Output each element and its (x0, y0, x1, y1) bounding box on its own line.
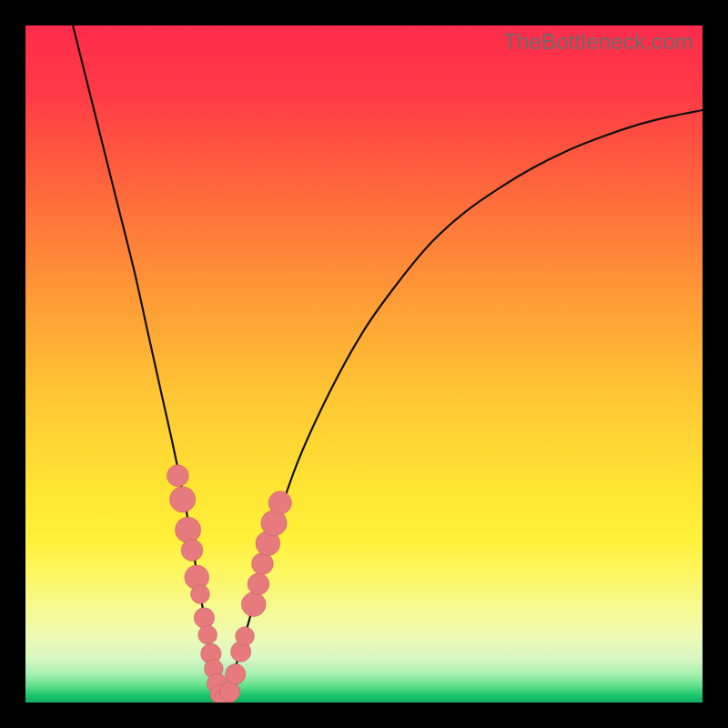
curve-marker (194, 608, 214, 628)
curve-marker (268, 491, 291, 514)
curve-marker (191, 585, 210, 604)
curve-marker (241, 592, 266, 617)
plot-area: TheBottleneck.com (25, 25, 703, 703)
curve-marker (236, 627, 255, 646)
curve-marker (252, 553, 274, 575)
curve-marker (181, 540, 203, 561)
curve-marker (169, 487, 195, 512)
gradient-background (25, 25, 703, 703)
curve-marker (175, 517, 200, 542)
curve-marker (220, 682, 240, 702)
curve-marker (248, 573, 269, 595)
watermark-text: TheBottleneck.com (503, 29, 693, 55)
curve-marker (167, 465, 189, 487)
chart-svg (25, 25, 703, 703)
curve-marker (198, 625, 217, 644)
outer-frame: TheBottleneck.com (0, 0, 728, 728)
curve-marker (225, 664, 245, 684)
